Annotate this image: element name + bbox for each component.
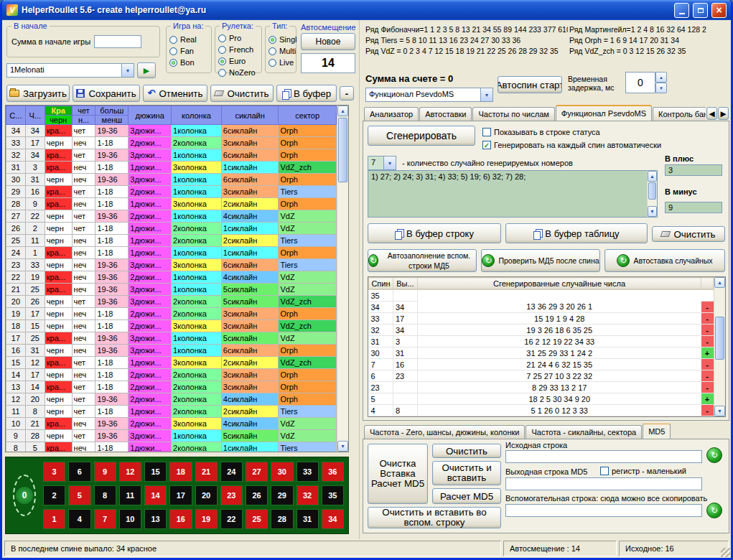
history-cell[interactable]: 30 [6, 174, 26, 186]
table-row[interactable]: 1417черннеч1-182дюжи...2колонка3сиклайнO… [6, 369, 337, 381]
minimize-button[interactable] [674, 3, 689, 18]
history-cell[interactable]: 1колонка [172, 149, 222, 162]
history-cell[interactable]: Tiers [279, 259, 337, 271]
history-cell[interactable]: чет [72, 357, 95, 369]
functional-combo[interactable]: Функционал PsevdoMS ▼ [365, 88, 493, 102]
history-cell[interactable]: 6сиклайн [221, 125, 279, 137]
board-number-13[interactable]: 13 [144, 509, 167, 529]
save-button[interactable]: Сохранить [73, 85, 140, 102]
history-cell[interactable]: 1дюжи... [129, 357, 172, 369]
radio-fan[interactable]: Fan [169, 46, 208, 56]
md5-aux-input[interactable] [505, 504, 702, 517]
history-cell[interactable]: 5сиклайн [221, 296, 279, 308]
scroll-down-icon[interactable]: ▼ [714, 406, 725, 416]
table-row[interactable]: 313кра...неч1-181дюжи...3колонка1сиклайн… [6, 162, 337, 174]
scroll-thumb[interactable] [648, 182, 656, 200]
history-cell[interactable]: 17 [25, 137, 45, 149]
history-col-header[interactable]: больш [95, 106, 129, 116]
history-cell[interactable]: 5сиклайн [221, 332, 279, 345]
history-cell[interactable]: 19-36 [95, 418, 129, 430]
history-cell[interactable]: 33 [25, 259, 45, 271]
history-cell[interactable]: 1дюжи... [129, 406, 172, 418]
board-number-22[interactable]: 22 [220, 509, 243, 529]
history-cell[interactable]: кра... [45, 332, 72, 345]
history-cell[interactable]: Orph [279, 149, 337, 162]
spin-number[interactable]: 7 [369, 359, 393, 370]
history-cell[interactable]: 8 [25, 406, 45, 418]
radio-euro[interactable]: Euro [218, 56, 258, 66]
history-cell[interactable]: кра... [45, 247, 72, 259]
spin-number[interactable]: 35 [369, 290, 393, 302]
spins-col-spin[interactable]: Спин [369, 278, 393, 290]
autospin-button[interactable]: Автоспин старт [498, 76, 562, 93]
history-cell[interactable]: 12 [6, 393, 26, 406]
history-cell[interactable]: 1-18 [95, 357, 129, 369]
spin-row[interactable]: 518 2 5 30 34 9 20+ [369, 393, 714, 405]
spin-number[interactable]: 5 [369, 393, 393, 405]
checkbox-box[interactable]: ✓ [482, 141, 491, 149]
spin-generated-numbers[interactable]: 5 1 26 0 12 3 33 [417, 405, 701, 416]
history-cell[interactable]: 1сиклайн [221, 442, 279, 453]
history-cell[interactable]: Tiers [279, 186, 337, 198]
history-cell[interactable]: 2колонка [172, 308, 222, 320]
table-row[interactable]: 1725кра...неч19-363дюжи...1колонка5сикла… [6, 332, 337, 345]
history-cell[interactable]: чет [72, 149, 95, 162]
md5-master-button[interactable]: Очистка Вставка Расчет MD5 [368, 444, 428, 504]
spin-number[interactable]: 31 [369, 336, 393, 347]
history-cell[interactable]: чет [72, 223, 95, 235]
md5-clear-button[interactable]: Очистить [432, 444, 501, 458]
history-cell[interactable]: 2колонка [172, 235, 222, 247]
history-cell[interactable]: 26 [6, 223, 26, 235]
history-cell[interactable]: 3колонка [172, 198, 222, 210]
history-cell[interactable]: черн [45, 296, 72, 308]
history-cell[interactable]: Orph [279, 345, 337, 357]
history-cell[interactable]: 14 [6, 369, 26, 381]
spin-row[interactable]: 6237 25 27 10 3 22 32- [369, 370, 714, 382]
board-number-9[interactable]: 9 [94, 462, 116, 482]
history-cell[interactable]: Orph [279, 198, 337, 210]
history-cell[interactable]: 14 [25, 381, 45, 393]
history-cell[interactable]: 11 [6, 406, 26, 418]
history-cell[interactable]: 3сиклайн [221, 308, 279, 320]
spin-winning-number[interactable]: 34 [393, 302, 417, 313]
history-cell[interactable]: кра... [45, 381, 72, 393]
history-cell[interactable]: 2дюжи... [129, 186, 172, 198]
history-cell[interactable]: 1колонка [172, 247, 222, 259]
history-cell[interactable]: кра... [45, 162, 72, 174]
history-cell[interactable]: 1-18 [95, 198, 129, 210]
history-cell[interactable]: неч [72, 137, 95, 149]
history-col-header[interactable]: С... [6, 106, 26, 125]
history-col-header[interactable]: колонка [172, 106, 222, 125]
history-cell[interactable]: 2сиклайн [221, 357, 279, 369]
history-cell[interactable]: 5 [25, 442, 45, 453]
board-number-23[interactable]: 23 [220, 485, 243, 505]
undo-button[interactable]: ↶Отменить [143, 85, 207, 102]
spin-number[interactable]: 30 [369, 347, 393, 359]
history-cell[interactable]: черн [45, 174, 72, 186]
history-cell[interactable]: 2сиклайн [221, 198, 279, 210]
history-cell[interactable]: 19-36 [95, 393, 129, 406]
radio-bon[interactable]: Bon [169, 57, 208, 67]
history-cell[interactable]: 4сиклайн [221, 418, 279, 430]
refresh-icon[interactable]: ↻ [706, 447, 722, 463]
history-cell[interactable]: черн [45, 406, 72, 418]
history-cell[interactable]: 1-18 [95, 369, 129, 381]
preset-combo[interactable]: 1Melonati ▼ [6, 63, 134, 78]
history-cell[interactable]: 1сиклайн [221, 247, 279, 259]
history-cell[interactable]: Orph [279, 308, 337, 320]
history-cell[interactable]: Orph [279, 247, 337, 259]
play-button[interactable]: ▶ [137, 62, 156, 78]
history-cell[interactable]: 3дюжи... [129, 284, 172, 296]
history-cell[interactable]: 1сиклайн [221, 223, 279, 235]
close-button[interactable]: × [711, 3, 727, 18]
history-cell[interactable]: кра... [45, 149, 72, 162]
board-number-14[interactable]: 14 [144, 485, 167, 505]
history-cell[interactable]: черн [45, 393, 72, 406]
history-cell[interactable]: 2дюжи... [129, 381, 172, 393]
table-row[interactable]: 2125кра...неч19-363дюжи...1колонка5сикла… [6, 284, 337, 296]
tab-Анализатор[interactable]: Анализатор [364, 107, 419, 121]
scroll-up-icon[interactable]: ▲ [714, 277, 725, 288]
history-cell[interactable]: кра... [45, 271, 72, 284]
history-cell[interactable]: 24 [6, 247, 26, 259]
spins-col-win[interactable]: Вы... [393, 278, 417, 290]
